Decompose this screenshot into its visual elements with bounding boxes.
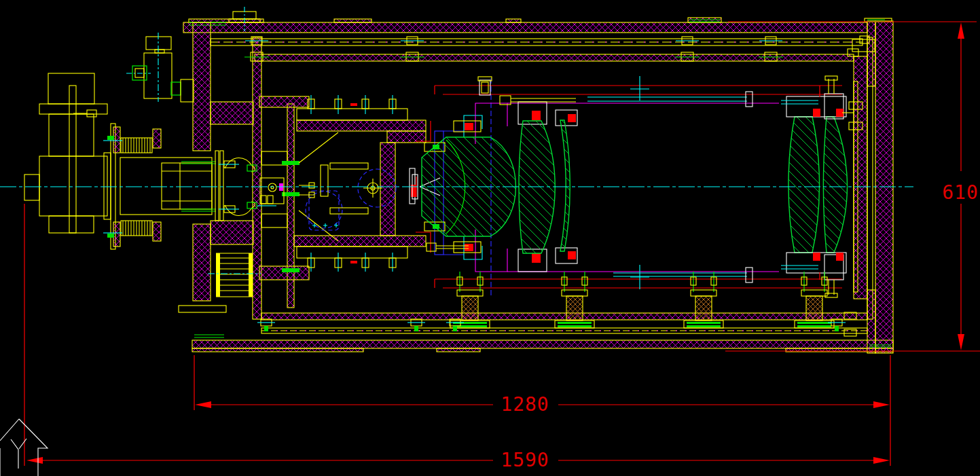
- support-posts-part: [806, 296, 822, 321]
- rail-bolts-bottom-part: [453, 326, 457, 331]
- support-posts-part: [801, 290, 827, 296]
- support-posts-part: [558, 322, 592, 324]
- dim-height-text: 610: [942, 181, 979, 204]
- support-posts-part: [695, 296, 712, 321]
- support-posts-part: [566, 296, 583, 321]
- support-posts-part: [691, 290, 716, 296]
- support-posts-part: [558, 325, 592, 327]
- lens-4-rear: [788, 117, 820, 253]
- rail-bolts-bottom-part: [414, 326, 418, 331]
- support-posts-part: [687, 322, 721, 324]
- lens-elements: [422, 117, 848, 253]
- lens-5-rear: [824, 117, 848, 253]
- dim-body-length-text: 1280: [501, 393, 549, 416]
- gearbox-top-left: [126, 33, 194, 102]
- support-posts-part: [462, 296, 478, 321]
- cad-viewport[interactable]: 610 1280 1590: [0, 0, 980, 476]
- dim-overall-length-text: 1590: [501, 449, 549, 471]
- support-posts-part: [797, 325, 831, 327]
- support-posts-part: [687, 325, 721, 327]
- rail-bolts-bottom-part: [835, 326, 839, 331]
- dimension-1590: 1590: [24, 204, 890, 471]
- left-drive-assembly: [24, 73, 216, 249]
- support-posts-part: [457, 290, 483, 296]
- north-arrow-icon: [0, 419, 48, 476]
- support-posts-part: [797, 322, 831, 324]
- rail-bolts-bottom: [257, 319, 846, 331]
- support-posts-part: [562, 290, 587, 296]
- lens-3-thin: [560, 120, 570, 251]
- wall-flange-bell: [215, 151, 257, 221]
- rail-bolts-bottom-part: [264, 326, 268, 331]
- drawing-canvas[interactable]: 610 1280 1590: [0, 0, 980, 476]
